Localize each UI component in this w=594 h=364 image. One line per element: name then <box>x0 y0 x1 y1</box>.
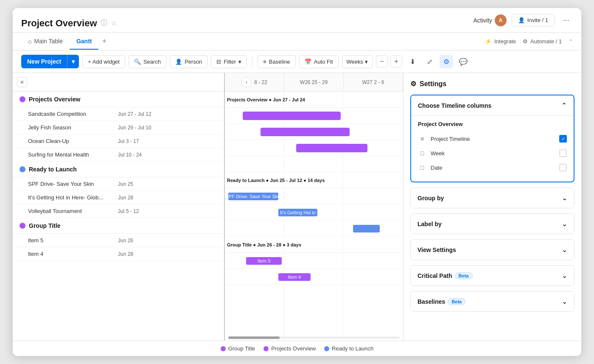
auto-fit-label: Auto Fit <box>314 59 333 65</box>
group-row[interactable]: Ready to Launch <box>13 162 224 177</box>
task-name: Surfing for Mental Health <box>28 151 113 158</box>
gantt-task-area <box>225 140 403 156</box>
week-col: W27 2 - 6 <box>344 73 403 91</box>
group-row[interactable]: Group Title <box>13 218 224 234</box>
zoom-in-button[interactable]: + <box>390 56 402 67</box>
checkbox-week[interactable] <box>559 149 567 157</box>
bottom-legend: Group Title Projects Overview Ready to L… <box>13 341 581 356</box>
group-name: Projects Overview <box>29 96 80 103</box>
person-button[interactable]: 👤 Person <box>170 55 207 68</box>
gantt-chart: ‹ 8 - 22 W26 25 - 29 W27 2 - 6 <box>225 73 403 341</box>
baseline-button[interactable]: ≡ Baseline <box>258 55 295 68</box>
group-color-dot <box>20 223 25 229</box>
export-button[interactable]: ⬇ <box>406 55 419 68</box>
gantt-bar[interactable]: Item 5 <box>246 257 282 265</box>
task-date: Jun 29 - Jul 10 <box>118 125 151 131</box>
gantt-header: ✕ <box>13 73 224 92</box>
avatar: A <box>495 14 507 26</box>
section-header-group-by[interactable]: Group by ⌄ <box>411 188 574 208</box>
integrate-icon: ⚡ <box>485 38 492 45</box>
task-date: Jun 28 <box>118 251 133 257</box>
settings-button[interactable]: ⚙ <box>440 55 453 68</box>
group-name: Group Title <box>29 222 60 229</box>
bar-label: SPF Drive- Save Your Skin <box>228 194 278 199</box>
star-icon[interactable]: ☆ <box>111 19 117 27</box>
section-title-baselines: Baselines <box>417 298 445 305</box>
calendar-icon: 📅 <box>305 59 311 65</box>
weeks-selector[interactable]: Weeks ▾ <box>342 55 373 68</box>
automate-button[interactable]: ⚙ Automate / 1 <box>523 38 562 45</box>
section-header-timeline[interactable]: Choose Timeline columns ⌃ <box>411 95 574 115</box>
task-row[interactable]: Item 5 Jun 26 <box>13 234 224 247</box>
info-icon[interactable]: ⓘ <box>101 19 107 28</box>
beta-badge-critical-path: Beta <box>455 272 473 279</box>
tab-add-button[interactable]: + <box>98 33 110 50</box>
automate-label: Automate / 1 <box>530 38 562 45</box>
tab-gantt[interactable]: Gantt <box>70 34 99 50</box>
task-row[interactable]: Volleyball Tournament Jul 5 - 12 <box>13 204 224 218</box>
main-content: ✕ Projects Overview Sandcastle Competiti… <box>13 73 581 341</box>
task-row[interactable]: Ocean Clean-Up Jul 3 - 17 <box>13 134 224 148</box>
tabs-left: ⌂ Main Table Gantt + <box>21 33 110 50</box>
new-project-arrow[interactable]: ▾ <box>67 55 79 68</box>
prev-week-button[interactable]: ‹ <box>241 77 252 87</box>
tab-main-table-label: Main Table <box>34 38 62 45</box>
task-date: Jun 25 <box>118 181 133 187</box>
gantt-bar[interactable] <box>243 112 341 120</box>
zoom-out-button[interactable]: − <box>376 56 388 67</box>
more-button[interactable]: ··· <box>560 14 573 26</box>
gantt-bar[interactable]: Item 4 <box>278 273 311 281</box>
section-header-critical-path[interactable]: Critical Path Beta ⌄ <box>411 266 574 286</box>
section-header-view-settings[interactable]: View Settings ⌄ <box>411 240 574 260</box>
item-label-week: Week <box>431 150 555 157</box>
section-header-baselines[interactable]: Baselines Beta ⌄ <box>411 291 574 311</box>
invite-button[interactable]: 👤 Invite / 1 <box>512 14 555 26</box>
legend-label: Ready to Launch <box>332 345 373 352</box>
gantt-bar[interactable]: SPF Drive- Save Your Skin <box>228 193 278 200</box>
task-row[interactable]: Sandcastle Competition Jun 27 - Jul 12 <box>13 107 224 121</box>
add-widget-label: + Add widget <box>88 59 120 65</box>
group-row[interactable]: Projects Overview <box>13 92 224 107</box>
invite-label: Invite / 1 <box>527 17 548 23</box>
week-col: W26 25 - 29 <box>284 73 344 91</box>
gantt-bar[interactable]: It's Getting Hot in Here- <box>278 209 317 216</box>
auto-fit-button[interactable]: 📅 Auto Fit <box>299 55 339 68</box>
task-name: It's Getting Hot in Here- Glob... <box>28 194 113 201</box>
task-row[interactable]: Jelly Fish Season Jun 29 - Jul 10 <box>13 121 224 134</box>
section-title-group-by: Group by <box>417 195 444 202</box>
filter-button[interactable]: ⊟ Filter ▾ <box>211 55 247 68</box>
task-name: SPF Drive- Save Your Skin <box>28 181 113 187</box>
new-project-button[interactable]: New Project ▾ <box>21 55 79 68</box>
scrollbar-thumb[interactable] <box>228 336 280 339</box>
checkbox-date[interactable] <box>559 164 567 171</box>
close-panel-button[interactable]: ✕ <box>17 77 27 87</box>
section-title-critical-path: Critical Path <box>417 272 452 279</box>
section-body-timeline: Project Overview ≡ Project Timeline ✓ □ … <box>411 115 574 182</box>
help-button[interactable]: 💬 <box>457 55 470 68</box>
gantt-bar[interactable] <box>296 144 367 152</box>
settings-section-critical-path: Critical Path Beta ⌄ <box>410 265 574 286</box>
collapse-button[interactable]: ⌃ <box>569 39 573 45</box>
integrate-button[interactable]: ⚡ Integrate <box>485 38 516 45</box>
task-row[interactable]: SPF Drive- Save Your Skin Jun 25 <box>13 177 224 191</box>
task-row[interactable]: Item 4 Jun 28 <box>13 247 224 261</box>
group-color-dot <box>20 166 25 172</box>
section-header-label-by[interactable]: Label by ⌄ <box>411 214 574 234</box>
gantt-bar[interactable] <box>261 128 350 136</box>
week-label: W27 2 - 6 <box>362 79 384 85</box>
task-date: Jul 5 - 12 <box>118 208 139 214</box>
tabs-bar: ⌂ Main Table Gantt + ⚡ Integrate ⚙ Autom… <box>13 33 581 50</box>
task-row[interactable]: Surfing for Mental Health Jul 10 - 24 <box>13 148 224 162</box>
task-row[interactable]: It's Getting Hot in Here- Glob... Jun 28 <box>13 191 224 204</box>
gantt-weeks-header: ‹ 8 - 22 W26 25 - 29 W27 2 - 6 <box>225 73 403 92</box>
activity-button[interactable]: Activity A <box>474 14 507 26</box>
tab-main-table[interactable]: ⌂ Main Table <box>21 34 70 50</box>
gantt-body: Projects Overview ● Jun 27 - Jul 24 <box>225 92 403 341</box>
chevron-up-icon: ⌃ <box>561 101 567 109</box>
checkbox-project-timeline[interactable]: ✓ <box>559 135 567 143</box>
gantt-bar[interactable] <box>353 225 380 232</box>
task-name: Ocean Clean-Up <box>28 138 113 144</box>
add-widget-button[interactable]: + Add widget <box>82 55 125 68</box>
fullscreen-button[interactable]: ⤢ <box>423 55 436 68</box>
search-button[interactable]: 🔍 Search <box>129 55 166 68</box>
